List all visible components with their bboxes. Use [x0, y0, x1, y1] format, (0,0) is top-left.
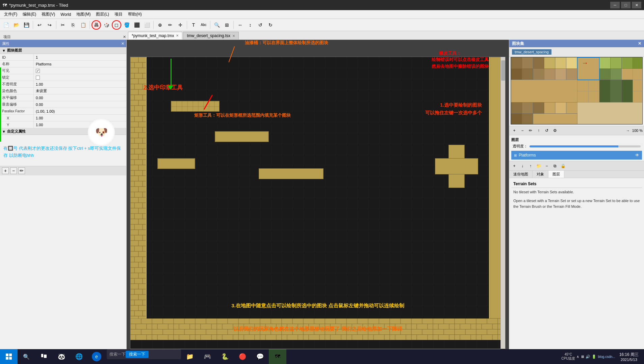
taskbar-folder-app[interactable]: 📁	[181, 349, 199, 364]
ts-settings-tileset[interactable]: ⚙	[551, 127, 559, 134]
tool-redo[interactable]: ↪	[45, 20, 54, 30]
menu-help[interactable]: 帮助(H)	[125, 11, 145, 18]
opacity-slider[interactable]	[530, 145, 641, 147]
tab-main-map-close[interactable]: ✕	[176, 34, 179, 37]
ts-remove-tileset[interactable]: −	[519, 127, 526, 134]
tool-editobj[interactable]: ✏	[165, 20, 175, 30]
tool-addobj[interactable]: ⊕	[155, 20, 165, 30]
tool-shape[interactable]: ⬛	[132, 20, 141, 30]
tool-rotate-r[interactable]: ↻	[266, 20, 275, 30]
layer-remove-btn[interactable]: −	[543, 162, 550, 170]
ts-refresh-tileset[interactable]: ↺	[543, 127, 550, 134]
prop-value-opacity[interactable]: 1.00	[34, 81, 126, 87]
tray-up-arrow[interactable]: ∧	[576, 355, 579, 359]
menu-world[interactable]: World	[58, 11, 74, 18]
br-tab-layers[interactable]: 图层	[548, 171, 564, 178]
tab-tileset[interactable]: tmw_desert_spacing.tsx ✕	[183, 32, 239, 39]
start-button[interactable]	[0, 349, 18, 364]
tool-abc[interactable]: Abc	[199, 20, 208, 30]
taskbar-app5[interactable]: 🎮	[199, 349, 216, 364]
taskbar-clock[interactable]: 16:16 周三 2021/5/13	[617, 352, 641, 362]
br-tab-minimap[interactable]: 迷你地图	[509, 171, 533, 178]
ts-edit-tileset[interactable]: ✏	[527, 127, 534, 134]
prop-value-visible[interactable]: ✓	[34, 67, 126, 74]
tool-text[interactable]: T	[189, 20, 198, 30]
prop-value-name[interactable]: Platforms	[34, 61, 126, 67]
menu-view[interactable]: 视图(V)	[39, 11, 58, 18]
taskbar-ie-app[interactable]: e	[88, 349, 105, 364]
edit-property-button[interactable]: ✏	[18, 167, 25, 174]
menu-project[interactable]: 项目	[112, 11, 125, 18]
lock-checkbox[interactable]	[36, 76, 40, 80]
prop-value-hoffset[interactable]: 0.00	[34, 94, 126, 101]
prop-value-parallax[interactable]: (1.00, 1.00)	[34, 108, 126, 114]
tool-random[interactable]: 🎲	[102, 20, 111, 30]
tool-select[interactable]: ⬜	[142, 20, 152, 30]
maximize-button[interactable]: □	[621, 2, 630, 8]
ts-export-tileset[interactable]: ↑	[535, 127, 542, 134]
tileset-name-tab[interactable]: tmw_desert_spacing	[512, 49, 551, 55]
title-bar-controls[interactable]: ─ □ ✕	[610, 2, 641, 8]
prop-value-x[interactable]: 1.00	[34, 115, 126, 121]
taskbar-search-btn[interactable]: 搜索一下	[126, 351, 149, 358]
layer-dup-btn[interactable]: ⧉	[551, 162, 559, 170]
tool-eraser[interactable]: ◻	[112, 20, 121, 30]
prop-value-voffset[interactable]: 0.00	[34, 101, 126, 108]
tool-moveobj[interactable]: ✛	[176, 20, 185, 30]
menu-map[interactable]: 地图(M)	[74, 11, 93, 18]
tab-tileset-close[interactable]: ✕	[232, 34, 235, 38]
taskbar-discord-app[interactable]: 💬	[251, 349, 269, 364]
tool-flip-h[interactable]: ↔	[235, 20, 245, 30]
tab-main-map[interactable]: *pymunk_test_map.tmx ✕	[128, 32, 182, 39]
tool-rotate-l[interactable]: ↺	[256, 20, 265, 30]
layer-section-collapse[interactable]: ▼	[2, 49, 6, 53]
layer-group-btn[interactable]: 📁	[535, 162, 542, 170]
tray-volume-icon[interactable]: 🔊	[586, 355, 590, 359]
taskbar-tiled-app[interactable]: 🗺	[269, 349, 286, 364]
tool-open[interactable]: 📂	[11, 20, 21, 30]
menu-edit[interactable]: 编辑(E)	[20, 11, 39, 18]
taskbar-panda-app[interactable]: 🐼	[53, 349, 70, 364]
task-view-button[interactable]	[35, 349, 53, 364]
taskbar-pycharm-app[interactable]: 🐍	[216, 349, 234, 364]
tool-stamp[interactable]: 🖷	[92, 20, 101, 30]
taskbar-edge-app[interactable]: 🌐	[70, 349, 88, 364]
br-tab-objects[interactable]: 对象	[533, 171, 548, 178]
prop-value-lock[interactable]	[34, 74, 126, 81]
map-canvas[interactable]: 3.在地图中随意点击可以绘制所选中的图块 点击鼠标左键并拖动可以连续绘制 以后我…	[130, 57, 506, 354]
visible-checkbox[interactable]: ✓	[36, 69, 40, 73]
prop-value-tint[interactable]: 未设置	[34, 88, 126, 94]
tool-undo[interactable]: ↩	[35, 20, 44, 30]
add-property-button[interactable]: +	[2, 167, 9, 174]
minimize-button[interactable]: ─	[610, 2, 620, 8]
tileset-preview[interactable]: →	[511, 57, 643, 124]
layer-down-btn[interactable]: ↓	[519, 162, 526, 170]
custom-props-collapse[interactable]: ▼	[2, 130, 6, 134]
tool-save[interactable]: 💾	[22, 20, 31, 30]
layer-up-btn[interactable]: ↑	[527, 162, 534, 170]
layer-add-btn[interactable]: +	[511, 162, 518, 170]
tool-new[interactable]: 📄	[1, 20, 11, 30]
close-button[interactable]: ✕	[632, 2, 641, 8]
ts-add-tileset[interactable]: +	[511, 127, 518, 134]
layer-item-platforms[interactable]: ⊞ Platforms 👁	[511, 151, 642, 160]
prop-value-id[interactable]: 1	[34, 54, 126, 60]
layer-lock-btn[interactable]: 🔒	[559, 162, 567, 170]
tool-paste[interactable]: 📋	[78, 20, 88, 30]
tool-copy[interactable]: ⎘	[68, 20, 78, 30]
layer-visibility-icon[interactable]: 👁	[635, 153, 639, 158]
v-scrollbar[interactable]	[500, 57, 505, 349]
menu-file[interactable]: 文件(F)	[1, 11, 20, 18]
properties-close-icon[interactable]: ✕	[121, 41, 124, 46]
tool-flip-v[interactable]: ↕	[246, 20, 255, 30]
project-close-icon[interactable]: ✕	[123, 35, 126, 39]
menu-layer[interactable]: 图层(L)	[93, 11, 112, 18]
search-button[interactable]: 🔍	[18, 349, 35, 364]
remove-property-button[interactable]: −	[10, 167, 17, 174]
tileset-panel-close[interactable]: ✕	[638, 41, 641, 46]
taskbar-chrome-app[interactable]: 🔴	[234, 349, 251, 364]
tool-fit[interactable]: ⊞	[222, 20, 232, 30]
taskbar-search-box[interactable]: 搜索一下 搜索一下	[107, 349, 181, 359]
tool-cut[interactable]: ✂	[58, 20, 68, 30]
tool-zoom[interactable]: 🔍	[212, 20, 222, 30]
